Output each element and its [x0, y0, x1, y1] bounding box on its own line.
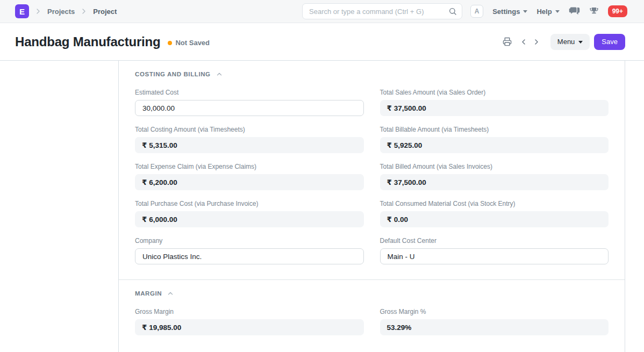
- form-row: Total Costing Amount (via Timesheets)₹ 5…: [135, 126, 609, 153]
- navbar: E Projects Project A Settings Help: [0, 0, 644, 23]
- section-title: COSTING AND BILLING: [135, 71, 211, 77]
- chevron-up-icon: [167, 290, 174, 297]
- chevron-up-icon: [216, 70, 223, 78]
- save-button-label: Save: [602, 38, 618, 46]
- field-label: Company: [135, 237, 364, 245]
- field-label: Total Billed Amount (via Sales Invoices): [380, 163, 609, 170]
- gross-margin-value: 53.29%: [380, 319, 609, 335]
- chat-icon[interactable]: [569, 6, 580, 17]
- chevron-right-icon: [34, 7, 42, 16]
- section-costing-and-billing: COSTING AND BILLINGEstimated CostTotal S…: [119, 61, 625, 279]
- form-layout: COSTING AND BILLINGEstimated CostTotal S…: [118, 61, 625, 352]
- section-margin: MARGINGross Margin₹ 19,985.00Gross Margi…: [119, 279, 625, 350]
- total-consumed-material-cost-via-stock-entry-value: ₹ 0.00: [380, 211, 609, 227]
- field-total-billable-amount-via-timesheets: Total Billable Amount (via Timesheets)₹ …: [380, 126, 609, 153]
- settings-label: Settings: [492, 8, 520, 16]
- breadcrumb-projects[interactable]: Projects: [47, 8, 75, 16]
- form-row: Total Purchase Cost (via Purchase Invoic…: [135, 200, 609, 227]
- total-purchase-cost-via-purchase-invoice-value: ₹ 6,000.00: [135, 211, 364, 227]
- form-row: Estimated CostTotal Sales Amount (via Sa…: [135, 89, 609, 116]
- field-total-expense-claim-via-expense-claims: Total Expense Claim (via Expense Claims)…: [135, 163, 364, 190]
- field-label: Estimated Cost: [135, 89, 364, 96]
- field-default-cost-center: Default Cost Center: [380, 237, 609, 264]
- field-gross-margin: Gross Margin₹ 19,985.00: [135, 308, 364, 335]
- field-label: Total Billable Amount (via Timesheets): [380, 126, 609, 133]
- field-label: Total Sales Amount (via Sales Order): [380, 89, 609, 96]
- field-total-consumed-material-cost-via-stock-entry: Total Consumed Material Cost (via Stock …: [380, 200, 609, 227]
- form-row: Total Expense Claim (via Expense Claims)…: [135, 163, 609, 190]
- notification-badge[interactable]: 99+: [608, 5, 627, 17]
- field-total-billed-amount-via-sales-invoices: Total Billed Amount (via Sales Invoices)…: [380, 163, 609, 190]
- section-title: MARGIN: [135, 290, 162, 297]
- default-cost-center-input[interactable]: [380, 248, 609, 264]
- help-menu[interactable]: Help: [536, 8, 559, 16]
- field-label: Gross Margin %: [380, 308, 609, 315]
- avatar-letter: A: [475, 8, 480, 15]
- status-label: Not Saved: [175, 39, 210, 47]
- caret-down-icon: [578, 41, 583, 44]
- field-total-costing-amount-via-timesheets: Total Costing Amount (via Timesheets)₹ 5…: [135, 126, 364, 153]
- menu-button[interactable]: Menu: [550, 34, 590, 50]
- company-input[interactable]: [135, 248, 364, 264]
- caret-down-icon: [523, 10, 527, 13]
- section-toggle-margin[interactable]: MARGIN: [135, 290, 174, 297]
- form-page-body: COSTING AND BILLINGEstimated CostTotal S…: [0, 61, 644, 352]
- estimated-cost-input[interactable]: [135, 100, 364, 116]
- field-label: Default Cost Center: [380, 237, 609, 245]
- field-label: Total Consumed Material Cost (via Stock …: [380, 200, 609, 207]
- gross-margin-value: ₹ 19,985.00: [135, 319, 364, 335]
- status-indicator: Not Saved: [168, 39, 210, 47]
- save-button[interactable]: Save: [594, 34, 625, 50]
- field-gross-margin: Gross Margin %53.29%: [380, 308, 609, 335]
- next-record-icon[interactable]: [530, 35, 543, 48]
- app-logo[interactable]: E: [15, 4, 29, 18]
- total-sales-amount-via-sales-order-value: ₹ 37,500.00: [380, 100, 609, 116]
- prev-record-icon[interactable]: [517, 35, 530, 48]
- page-actions: Menu Save: [500, 34, 625, 50]
- field-label: Total Expense Claim (via Expense Claims): [135, 163, 364, 170]
- field-estimated-cost: Estimated Cost: [135, 89, 364, 116]
- avatar[interactable]: A: [470, 5, 483, 18]
- total-billed-amount-via-sales-invoices-value: ₹ 37,500.00: [380, 174, 609, 190]
- field-total-purchase-cost-via-purchase-invoice: Total Purchase Cost (via Purchase Invoic…: [135, 200, 364, 227]
- search-icon[interactable]: [448, 7, 457, 16]
- field-label: Total Costing Amount (via Timesheets): [135, 126, 364, 133]
- global-search: [302, 3, 462, 19]
- total-billable-amount-via-timesheets-value: ₹ 5,925.00: [380, 137, 609, 153]
- form-row: Gross Margin₹ 19,985.00Gross Margin %53.…: [135, 308, 609, 335]
- print-icon[interactable]: [500, 35, 514, 48]
- form-row: CompanyDefault Cost Center: [135, 237, 609, 264]
- app-logo-letter: E: [19, 7, 25, 16]
- not-saved-dot-icon: [168, 41, 172, 45]
- help-label: Help: [536, 8, 552, 16]
- field-company: Company: [135, 237, 364, 264]
- menu-button-label: Menu: [557, 38, 575, 46]
- total-costing-amount-via-timesheets-value: ₹ 5,315.00: [135, 137, 364, 153]
- chevron-right-icon: [80, 7, 88, 16]
- page-title: Handbag Manufacturing: [15, 34, 160, 49]
- settings-menu[interactable]: Settings: [492, 8, 527, 16]
- section-toggle-costing-and-billing[interactable]: COSTING AND BILLING: [135, 70, 223, 78]
- breadcrumb-project[interactable]: Project: [93, 8, 117, 16]
- page-head: Handbag Manufacturing Not Saved Menu Sav…: [0, 23, 644, 61]
- trophy-icon[interactable]: [589, 6, 599, 16]
- breadcrumb: E Projects Project: [0, 4, 117, 18]
- field-label: Total Purchase Cost (via Purchase Invoic…: [135, 200, 364, 207]
- field-label: Gross Margin: [135, 308, 364, 315]
- navbar-right: A Settings Help 99+: [470, 0, 627, 23]
- caret-down-icon: [555, 10, 560, 13]
- search-input[interactable]: [303, 8, 448, 16]
- total-expense-claim-via-expense-claims-value: ₹ 6,200.00: [135, 174, 364, 190]
- field-total-sales-amount-via-sales-order: Total Sales Amount (via Sales Order)₹ 37…: [380, 89, 609, 116]
